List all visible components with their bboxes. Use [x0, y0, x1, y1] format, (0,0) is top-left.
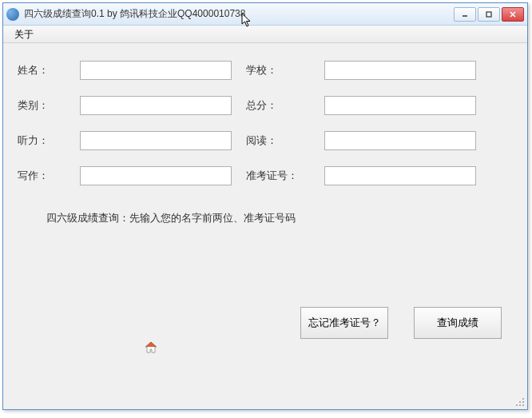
name-input[interactable]: [80, 61, 232, 80]
label-category: 类别：: [18, 98, 66, 113]
close-icon: [509, 10, 517, 18]
titlebar[interactable]: 四六级成绩查询0.1 by 鸽讯科技企业QQ4000010738: [3, 3, 527, 26]
label-listening: 听力：: [18, 133, 66, 148]
app-window: 四六级成绩查询0.1 by 鸽讯科技企业QQ4000010738 关于 姓名： …: [2, 2, 528, 410]
minimize-button[interactable]: [454, 7, 476, 22]
window-title: 四六级成绩查询0.1 by 鸽讯科技企业QQ4000010738: [24, 7, 454, 21]
label-total: 总分：: [246, 98, 310, 113]
listening-input[interactable]: [80, 131, 232, 150]
label-writing: 写作：: [18, 169, 66, 183]
label-school: 学校：: [246, 63, 310, 78]
hint-text: 四六级成绩查询：先输入您的名字前两位、准考证号码: [46, 211, 513, 225]
label-reading: 阅读：: [246, 133, 310, 148]
maximize-button[interactable]: [478, 7, 500, 22]
svg-marker-5: [146, 342, 156, 347]
svg-point-6: [522, 398, 524, 400]
button-row: 忘记准考证号？ 查询成绩: [300, 307, 502, 339]
query-score-button[interactable]: 查询成绩: [414, 307, 502, 339]
menubar: 关于: [3, 26, 527, 43]
label-name: 姓名：: [18, 63, 66, 78]
svg-rect-1: [486, 12, 491, 17]
label-ticket: 准考证号：: [246, 169, 310, 183]
app-icon: [6, 8, 19, 21]
forgot-ticket-button[interactable]: 忘记准考证号？: [300, 307, 388, 339]
svg-point-9: [516, 404, 518, 406]
form-grid: 姓名： 学校： 类别： 总分： 听力： 阅读： 写作： 准考证号：: [18, 61, 513, 185]
ticket-input[interactable]: [324, 166, 476, 185]
resize-grip[interactable]: [514, 396, 526, 408]
svg-point-11: [522, 404, 524, 406]
total-input[interactable]: [324, 96, 476, 115]
svg-point-7: [519, 401, 521, 403]
writing-input[interactable]: [80, 166, 232, 185]
svg-point-10: [519, 404, 521, 406]
client-area: 姓名： 学校： 类别： 总分： 听力： 阅读： 写作： 准考证号： 四六级成绩查…: [3, 43, 527, 409]
reading-input[interactable]: [324, 131, 476, 150]
maximize-icon: [485, 10, 493, 18]
category-input[interactable]: [80, 96, 232, 115]
window-controls: [454, 7, 524, 22]
svg-point-8: [522, 401, 524, 403]
menu-about[interactable]: 关于: [8, 26, 40, 44]
close-button[interactable]: [502, 7, 524, 22]
minimize-icon: [461, 10, 469, 18]
school-input[interactable]: [324, 61, 476, 80]
home-icon[interactable]: [144, 340, 158, 355]
